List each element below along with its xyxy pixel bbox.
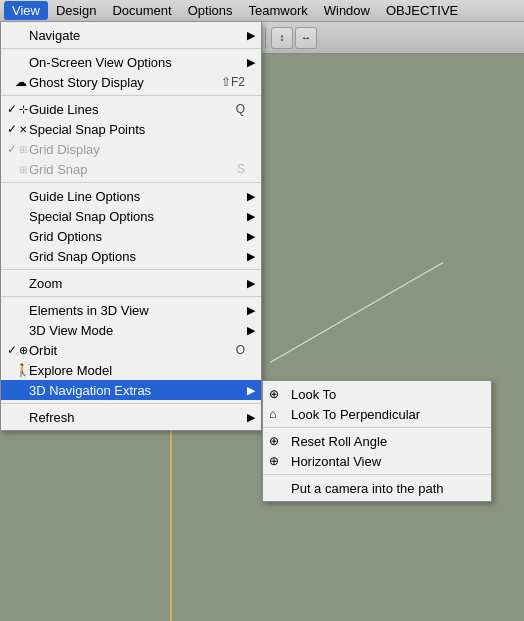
toolbar-btn-12[interactable]: ↔ bbox=[295, 27, 317, 49]
menu-3d-nav-extras[interactable]: ▶ 3D Navigation Extras ⊕ Look To ⌂ Look … bbox=[1, 380, 261, 400]
menu-navigate[interactable]: ▶ Navigate bbox=[1, 25, 261, 45]
menubar-item-document[interactable]: Document bbox=[104, 1, 179, 20]
menubar: View Design Document Options Teamwork Wi… bbox=[0, 0, 524, 22]
navigate-arrow: ▶ bbox=[247, 29, 255, 42]
menu-grid-snap-opts[interactable]: ▶ Grid Snap Options bbox=[1, 246, 261, 266]
grid-snap-opts-arrow: ▶ bbox=[247, 250, 255, 263]
3d-mode-arrow: ▶ bbox=[247, 324, 255, 337]
guide-lines-check: ✓ bbox=[7, 102, 17, 116]
3d-nav-extras-submenu: ⊕ Look To ⌂ Look To Perpendicular ⊕ Rese… bbox=[262, 380, 492, 502]
snap-opts-arrow: ▶ bbox=[247, 210, 255, 223]
menubar-item-teamwork[interactable]: Teamwork bbox=[240, 1, 315, 20]
ghost-shortcut: ⇧F2 bbox=[221, 75, 245, 89]
menu-grid-display[interactable]: ✓ ⊞ Grid Display bbox=[1, 139, 261, 159]
submenu-camera-path[interactable]: Put a camera into the path bbox=[263, 478, 491, 498]
orbit-check: ✓ bbox=[7, 343, 17, 357]
guide-lines-shortcut: Q bbox=[236, 102, 245, 116]
canvas-line-1 bbox=[270, 262, 444, 363]
grid-display-icon: ⊞ bbox=[19, 144, 27, 155]
menu-sep-4 bbox=[1, 269, 261, 270]
menu-special-snap-opts[interactable]: ▶ Special Snap Options bbox=[1, 206, 261, 226]
grid-snap-icon: ⊞ bbox=[19, 164, 27, 175]
view-menu: ▶ Navigate ▶ On-Screen View Options ☁ Gh… bbox=[0, 22, 262, 431]
grid-snap-shortcut: S bbox=[237, 162, 245, 176]
menu-grid-snap[interactable]: ⊞ Grid Snap S bbox=[1, 159, 261, 179]
zoom-arrow: ▶ bbox=[247, 277, 255, 290]
orbit-icon: ⊕ bbox=[19, 344, 28, 357]
menu-sep-3 bbox=[1, 182, 261, 183]
snap-points-check: ✓ bbox=[7, 122, 17, 136]
menu-ghost[interactable]: ☁ Ghost Story Display ⇧F2 bbox=[1, 72, 261, 92]
menubar-item-view[interactable]: View bbox=[4, 1, 48, 20]
look-to-icon: ⊕ bbox=[269, 387, 279, 401]
menubar-item-design[interactable]: Design bbox=[48, 1, 104, 20]
submenu-sep-1 bbox=[263, 427, 491, 428]
submenu-reset-roll[interactable]: ⊕ Reset Roll Angle bbox=[263, 431, 491, 451]
menubar-item-window[interactable]: Window bbox=[316, 1, 378, 20]
menu-explore[interactable]: 🚶 Explore Model bbox=[1, 360, 261, 380]
elements-3d-arrow: ▶ bbox=[247, 304, 255, 317]
submenu-look-perp[interactable]: ⌂ Look To Perpendicular bbox=[263, 404, 491, 424]
toolbar-btn-11[interactable]: ↕ bbox=[271, 27, 293, 49]
menu-sep-5 bbox=[1, 296, 261, 297]
horiz-view-icon: ⊕ bbox=[269, 454, 279, 468]
menubar-item-options[interactable]: Options bbox=[180, 1, 241, 20]
snap-points-icon: ✕ bbox=[19, 124, 27, 135]
menu-orbit[interactable]: ✓ ⊕ Orbit O bbox=[1, 340, 261, 360]
menu-sep-2 bbox=[1, 95, 261, 96]
toolbar-separator-3 bbox=[265, 28, 266, 48]
menu-snap-points[interactable]: ✓ ✕ Special Snap Points bbox=[1, 119, 261, 139]
menu-sep-1 bbox=[1, 48, 261, 49]
menu-zoom[interactable]: ▶ Zoom bbox=[1, 273, 261, 293]
on-screen-arrow: ▶ bbox=[247, 56, 255, 69]
submenu-horiz-view[interactable]: ⊕ Horizontal View bbox=[263, 451, 491, 471]
menu-guide-line-opts[interactable]: ▶ Guide Line Options bbox=[1, 186, 261, 206]
explore-icon: 🚶 bbox=[15, 363, 30, 377]
menu-refresh[interactable]: ▶ Refresh bbox=[1, 407, 261, 427]
menu-3d-view-mode[interactable]: ▶ 3D View Mode bbox=[1, 320, 261, 340]
menu-sep-6 bbox=[1, 403, 261, 404]
menu-elements-3d[interactable]: ▶ Elements in 3D View bbox=[1, 300, 261, 320]
guide-lines-icon: ⊹ bbox=[19, 103, 28, 116]
grid-opts-arrow: ▶ bbox=[247, 230, 255, 243]
orbit-shortcut: O bbox=[236, 343, 245, 357]
submenu-look-to[interactable]: ⊕ Look To bbox=[263, 384, 491, 404]
ghost-icon: ☁ bbox=[15, 75, 27, 89]
reset-roll-icon: ⊕ bbox=[269, 434, 279, 448]
menu-guide-lines[interactable]: ✓ ⊹ Guide Lines Q bbox=[1, 99, 261, 119]
menu-on-screen[interactable]: ▶ On-Screen View Options bbox=[1, 52, 261, 72]
guide-opts-arrow: ▶ bbox=[247, 190, 255, 203]
grid-display-check: ✓ bbox=[7, 142, 17, 156]
look-perp-icon: ⌂ bbox=[269, 407, 276, 421]
submenu-sep-2 bbox=[263, 474, 491, 475]
refresh-arrow: ▶ bbox=[247, 411, 255, 424]
menubar-item-objective[interactable]: OBJECTIVE bbox=[378, 1, 466, 20]
menu-grid-options[interactable]: ▶ Grid Options bbox=[1, 226, 261, 246]
nav-extras-arrow: ▶ bbox=[247, 384, 255, 397]
